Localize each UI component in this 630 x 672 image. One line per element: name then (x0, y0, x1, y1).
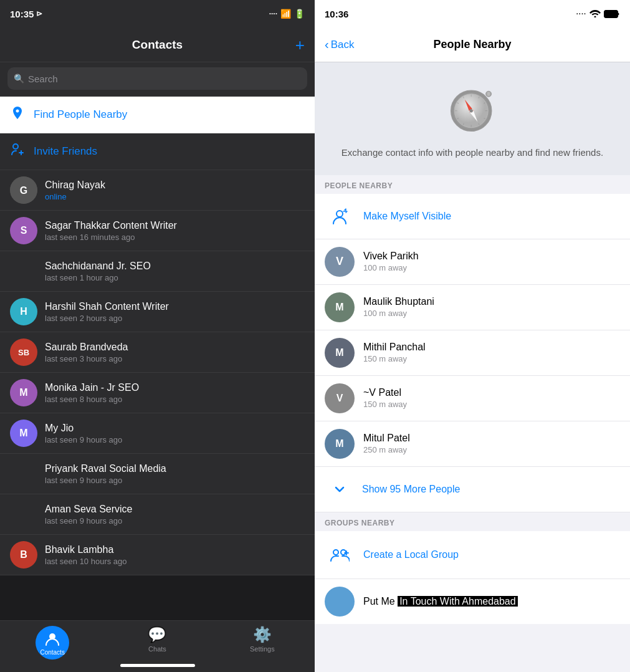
contact-name: Sagar Thakkar Content Writer (45, 220, 305, 231)
make-visible-icon (325, 201, 355, 231)
list-item[interactable]: M Mitul Patel 250 m away (315, 421, 630, 467)
contact-name: ~V Patel (363, 387, 407, 398)
contact-name: Saurab Brandveda (45, 342, 305, 353)
contact-status: last seen 3 hours ago (45, 354, 305, 363)
svg-rect-6 (605, 11, 616, 17)
list-item[interactable]: G Chirag Nayak online (0, 170, 315, 211)
contact-distance: 150 m away (363, 400, 407, 409)
svg-point-4 (594, 16, 596, 18)
right-time: 10:36 (325, 9, 348, 19)
home-indicator (120, 664, 195, 667)
contact-distance: 100 m away (363, 309, 434, 318)
avatar: B (10, 541, 37, 569)
people-nearby-section-header: PEOPLE NEARBY (315, 175, 630, 194)
contacts-tab-label: Contacts (40, 649, 64, 656)
contact-distance: 250 m away (363, 445, 410, 454)
create-local-group-row[interactable]: Create a Local Group (315, 531, 630, 579)
tab-settings[interactable]: ⚙️ Settings (210, 626, 315, 653)
contact-name: My Jio (45, 423, 305, 434)
wifi-icon (589, 10, 601, 17)
list-item[interactable]: M My Jio last seen 9 hours ago (0, 413, 315, 454)
list-item[interactable]: H Harshil Shah Content Writer last seen … (0, 292, 315, 332)
list-item[interactable]: Priyank Raval Social Media last seen 9 h… (0, 454, 315, 494)
avatar: S (10, 217, 37, 244)
show-more-row[interactable]: Show 95 More People (315, 467, 630, 512)
contact-status: last seen 9 hours ago (45, 435, 305, 444)
avatar: V (325, 383, 355, 413)
contact-info: Monika Jain - Jr SEO last seen 8 hours a… (45, 382, 305, 404)
list-item[interactable]: SB Saurab Brandveda last seen 3 hours ag… (0, 332, 315, 373)
contact-info: Bhavik Lambha last seen 10 hours ago (45, 544, 305, 566)
back-chevron-icon: ‹ (325, 37, 329, 52)
find-people-nearby-row[interactable]: Find People Nearby (0, 97, 315, 133)
chats-tab-icon: 💬 (148, 626, 166, 643)
left-status-icons: ···· 📶 🔋 (269, 9, 305, 19)
hero-description: Exchange contact info with people nearby… (341, 146, 603, 160)
list-item[interactable]: B Bhavik Lambha last seen 10 hours ago (0, 535, 315, 575)
make-myself-visible-row[interactable]: Make Myself Visible (315, 194, 630, 239)
contact-info: Mithil Panchal 150 m away (363, 342, 426, 363)
left-time: 10:35 ⊳ (10, 9, 42, 19)
invite-icon (10, 142, 25, 161)
contact-info: ~V Patel 150 m away (363, 387, 407, 409)
left-panel: 10:35 ⊳ ···· 📶 🔋 Contacts + 🔍 Search Fin… (0, 0, 315, 672)
contact-info: Aman Seva Service last seen 9 hours ago (45, 504, 305, 526)
contacts-title: Contacts (132, 38, 183, 52)
put-me-in-touch-row[interactable]: Put Me In Touch With Ahmedabad (315, 579, 630, 624)
list-item[interactable]: V Vivek Parikh 100 m away (315, 239, 630, 285)
contact-info: Sagar Thakkar Content Writer last seen 1… (45, 220, 305, 242)
left-header: Contacts + (0, 27, 315, 62)
contact-info: Put Me In Touch With Ahmedabad (363, 596, 518, 607)
right-status-bar: 10:36 ···· (315, 0, 630, 27)
list-item[interactable]: V ~V Patel 150 m away (315, 376, 630, 421)
svg-point-27 (333, 550, 338, 555)
chats-tab-label: Chats (148, 645, 166, 653)
avatar (10, 460, 37, 487)
left-status-bar: 10:35 ⊳ ···· 📶 🔋 (0, 0, 315, 27)
contact-info: Sachchidanand Jr. SEO last seen 1 hour a… (45, 261, 305, 282)
list-item[interactable]: M Maulik Bhuptani 100 m away (315, 285, 630, 330)
contact-distance: 150 m away (363, 354, 426, 363)
wifi-icon: 📶 (280, 9, 291, 19)
list-item[interactable]: S Sagar Thakkar Content Writer last seen… (0, 211, 315, 251)
search-input-wrapper[interactable]: 🔍 Search (7, 67, 307, 90)
avatar: V (325, 247, 355, 277)
list-item[interactable]: M Monika Jain - Jr SEO last seen 8 hours… (0, 373, 315, 413)
tab-chats[interactable]: 💬 Chats (105, 626, 209, 653)
avatar: SB (10, 338, 37, 366)
avatar: G (10, 176, 37, 204)
svg-rect-25 (487, 92, 490, 96)
list-item[interactable]: Aman Seva Service last seen 9 hours ago (0, 494, 315, 535)
back-button[interactable]: ‹ Back (325, 37, 354, 52)
svg-text:G: G (20, 185, 27, 196)
contact-name: Mithil Panchal (363, 342, 426, 353)
tab-contacts[interactable]: Contacts (0, 626, 105, 660)
contacts-tab-icon-bg: Contacts (36, 626, 69, 660)
contact-info: Mitul Patel 250 m away (363, 433, 410, 454)
right-panel: 10:36 ···· ‹ Back People Nearby (315, 0, 630, 672)
back-label: Back (331, 39, 355, 51)
add-contact-button[interactable]: + (295, 37, 305, 53)
battery-icon (604, 10, 620, 18)
contact-info: Maulik Bhuptani 100 m away (363, 296, 434, 318)
highlight-text: In Touch With Ahmedabad (398, 596, 518, 607)
signal-icon: ···· (269, 9, 277, 18)
avatar: M (325, 292, 355, 322)
contact-name: Sachchidanand Jr. SEO (45, 261, 305, 272)
signal-icon: ···· (576, 10, 586, 17)
make-visible-label: Make Myself Visible (363, 211, 451, 222)
invite-friends-row[interactable]: Invite Friends (0, 133, 315, 170)
people-nearby-list: Make Myself Visible V Vivek Parikh 100 m… (315, 194, 630, 512)
contact-name: Chirag Nayak (45, 180, 305, 191)
contact-status: last seen 9 hours ago (45, 516, 305, 526)
list-item[interactable]: Sachchidanand Jr. SEO last seen 1 hour a… (0, 251, 315, 292)
search-placeholder: Search (28, 74, 58, 84)
hero-area: Exchange contact info with people nearby… (315, 62, 630, 175)
svg-point-23 (470, 109, 473, 112)
list-item[interactable]: M Mithil Panchal 150 m away (315, 330, 630, 376)
contact-name: Vivek Parikh (363, 251, 419, 262)
location-icon: ⊳ (36, 9, 42, 18)
groups-nearby-section-header: GROUPS NEARBY (315, 512, 630, 531)
contact-status: online (45, 192, 305, 201)
contact-info: Saurab Brandveda last seen 3 hours ago (45, 342, 305, 363)
